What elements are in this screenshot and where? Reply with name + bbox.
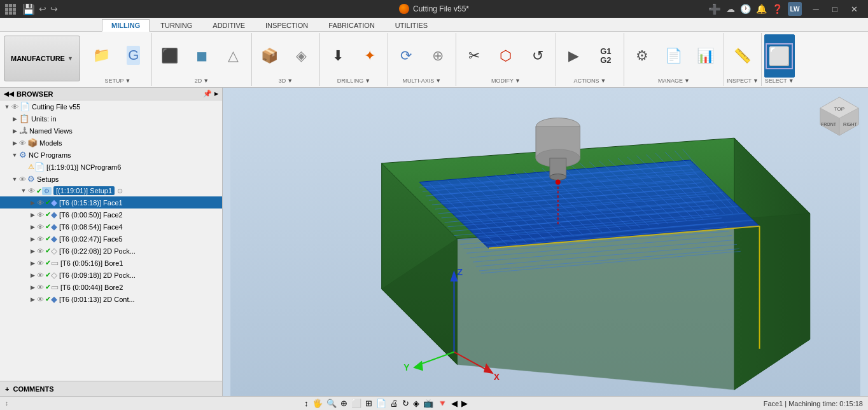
tab-inspection[interactable]: INSPECTION [256, 19, 318, 31]
tree-expander-2dpock1[interactable]: ▶ [28, 247, 37, 256]
tool-orbit-icon[interactable]: ◈ [413, 399, 419, 408]
tree-bore2[interactable]: ▶ 👁 ✔ ▭ [T6 (0:00:44)] Bore2 [0, 281, 222, 293]
tool-prev-icon[interactable]: ◀ [451, 399, 458, 408]
manage-btn3[interactable]: 📊 [690, 34, 721, 78]
tree-expander-models[interactable]: ▶ [10, 139, 19, 147]
maximize-button[interactable]: □ [826, 2, 844, 16]
tree-face4[interactable]: ▶ 👁 ✔ ◆ [T6 (0:08:54)] Face4 [0, 221, 222, 233]
tree-expander-ncprograms[interactable]: ▼ [10, 151, 19, 160]
2d-group-arrow[interactable]: ▼ [203, 78, 209, 84]
comments-add-icon[interactable]: + [5, 385, 9, 393]
tree-expander-namedviews[interactable]: ▶ [10, 126, 19, 135]
tree-units[interactable]: ▶ 📋 Units: in [0, 113, 222, 125]
tool-export-icon[interactable]: 📄 [376, 399, 386, 408]
actions-btn1[interactable]: ▶ [559, 34, 589, 78]
tree-models[interactable]: ▶ 👁 📦 Models [0, 137, 222, 149]
tree-root[interactable]: ▼ 👁 📄 Cutting File v55 [0, 100, 222, 113]
tree-expander-setups[interactable]: ▼ [10, 175, 19, 184]
tool-display-icon[interactable]: 📺 [423, 399, 433, 408]
browser-collapse-icon[interactable]: ◀◀ [4, 90, 14, 97]
tree-vis-face2[interactable]: 👁 [37, 211, 44, 219]
tree-expander-face2[interactable]: ▶ [28, 210, 37, 219]
tab-milling[interactable]: MILLING [102, 19, 150, 32]
manage-btn1[interactable]: ⚙ [627, 34, 657, 78]
app-grid-icon[interactable] [5, 4, 16, 15]
multiaxis-btn1[interactable]: ⟳ [391, 34, 421, 78]
browser-options-icon[interactable]: ▸ [214, 90, 218, 98]
save-icon[interactable]: 💾 [22, 3, 35, 15]
browser-pin-icon[interactable]: 📌 [203, 90, 212, 98]
multiaxis-btn2[interactable]: ⊕ [423, 34, 453, 78]
tree-setups[interactable]: ▼ 👁 ⚙ Setups [0, 173, 222, 185]
tree-vis-setup1[interactable]: 👁 [28, 187, 35, 195]
user-avatar[interactable]: LW [788, 2, 802, 16]
tool-pan-icon[interactable]: 🖐 [312, 399, 323, 408]
tool-next-icon[interactable]: ▶ [461, 399, 468, 408]
select-btn1[interactable]: ⬜ [764, 34, 795, 78]
redo-icon[interactable]: ↪ [50, 4, 58, 14]
3d-btn1[interactable]: 📦 [255, 34, 285, 78]
tree-face2[interactable]: ▶ 👁 ✔ ◆ [T6 (0:00:50)] Face2 [0, 208, 222, 221]
tree-expander-bore2[interactable]: ▶ [28, 283, 37, 292]
bell-icon[interactable]: 🔔 [756, 4, 767, 14]
modify-btn3[interactable]: ↺ [522, 34, 553, 78]
setup-new-button[interactable]: 📁 [87, 34, 117, 78]
tree-vis-bore2[interactable]: 👁 [37, 284, 44, 291]
add-tab-icon[interactable]: ➕ [708, 3, 721, 15]
inspect-group-arrow[interactable]: ▼ [753, 78, 759, 84]
tool-fit-icon[interactable]: ⊕ [340, 399, 347, 408]
setup-group-arrow[interactable]: ▼ [125, 78, 130, 84]
tree-vis-2dcont[interactable]: 👁 [37, 296, 44, 303]
tool-filter-icon[interactable]: 🔻 [437, 399, 447, 408]
drilling-group-arrow[interactable]: ▼ [365, 78, 370, 84]
drilling-btn2[interactable]: ✦ [354, 34, 385, 78]
tree-nc-programs[interactable]: ▼ ⚙ NC Programs [0, 149, 222, 161]
tree-2dpock2[interactable]: ▶ 👁 ✔ ◇ [T6 (0:09:18)] 2D Pock... [0, 269, 222, 281]
drilling-btn1[interactable]: ⬇ [323, 34, 353, 78]
tab-additive[interactable]: ADDITIVE [203, 19, 255, 31]
tree-named-views[interactable]: ▶ 🏞 Named Views [0, 125, 222, 137]
tree-bore1[interactable]: ▶ 👁 ✔ ▭ [T6 (0:05:16)] Bore1 [0, 257, 222, 269]
navigation-cube[interactable]: TOP RIGHT FRONT [817, 94, 862, 139]
tree-expander-face1[interactable]: ▶ [28, 198, 37, 207]
tree-expander-2dcont[interactable]: ▶ [28, 295, 37, 304]
tree-face1[interactable]: ▶ 👁 ✔ ◆ [T6 (0:15:18)] Face1 [0, 196, 222, 208]
tree-vis-setups[interactable]: 👁 [19, 175, 26, 183]
modify-btn1[interactable]: ✂ [459, 34, 489, 78]
manufacture-button[interactable]: MANUFACTURE ▼ [4, 36, 80, 81]
tool-rotate-icon[interactable]: ↻ [402, 399, 409, 408]
tree-expander-bore1[interactable]: ▶ [28, 259, 37, 268]
tree-vis-face1[interactable]: 👁 [37, 199, 44, 207]
setup-button[interactable]: G [118, 34, 149, 78]
help-icon[interactable]: ❓ [772, 4, 783, 14]
tool-zoom-icon[interactable]: 🔍 [326, 399, 337, 408]
2d-btn3[interactable]: △ [218, 34, 249, 78]
manage-group-arrow[interactable]: ▼ [684, 78, 690, 84]
viewport[interactable]: Z X Y TOP RIGHT FRONT [223, 88, 868, 396]
tree-vis-bore1[interactable]: 👁 [37, 259, 44, 267]
tree-vis-face4[interactable]: 👁 [37, 223, 44, 231]
tree-vis-2dpock2[interactable]: 👁 [37, 271, 44, 279]
tree-expander-2dpock2[interactable]: ▶ [28, 271, 37, 280]
tree-2dpock1[interactable]: ▶ 👁 ✔ ◇ [T6 (0:22:08)] 2D Pock... [0, 245, 222, 257]
close-button[interactable]: ✕ [845, 2, 863, 16]
3d-group-arrow[interactable]: ▼ [287, 78, 293, 84]
tool-print-icon[interactable]: 🖨 [390, 399, 398, 408]
tree-expander-setup1[interactable]: ▼ [19, 186, 28, 195]
actions-group-arrow[interactable]: ▼ [600, 78, 606, 84]
modify-btn2[interactable]: ⬡ [491, 34, 521, 78]
undo-icon[interactable]: ↩ [39, 4, 46, 14]
manufacture-dropdown-arrow[interactable]: ▼ [67, 55, 73, 62]
2d-btn2[interactable]: ◼ [186, 34, 217, 78]
tree-expander-root[interactable]: ▼ [3, 102, 11, 111]
tool-grid-icon[interactable]: ⊞ [365, 399, 372, 408]
tree-vis-models[interactable]: 👁 [19, 139, 26, 147]
2d-btn1[interactable]: ⬛ [155, 34, 185, 78]
tab-turning[interactable]: TURNING [151, 19, 202, 31]
cloud-icon[interactable]: ☁ [726, 4, 735, 14]
manage-btn2[interactable]: 📄 [659, 34, 689, 78]
tree-setup1[interactable]: ▼ 👁 ✔ ⚙ [(1:19:01)] Setup1 ⊙ [0, 185, 222, 196]
tab-utilities[interactable]: UTILITIES [386, 19, 437, 31]
actions-btn2[interactable]: G1G2 [591, 34, 621, 78]
tree-face5[interactable]: ▶ 👁 ✔ ◆ [T6 (0:02:47)] Face5 [0, 233, 222, 245]
